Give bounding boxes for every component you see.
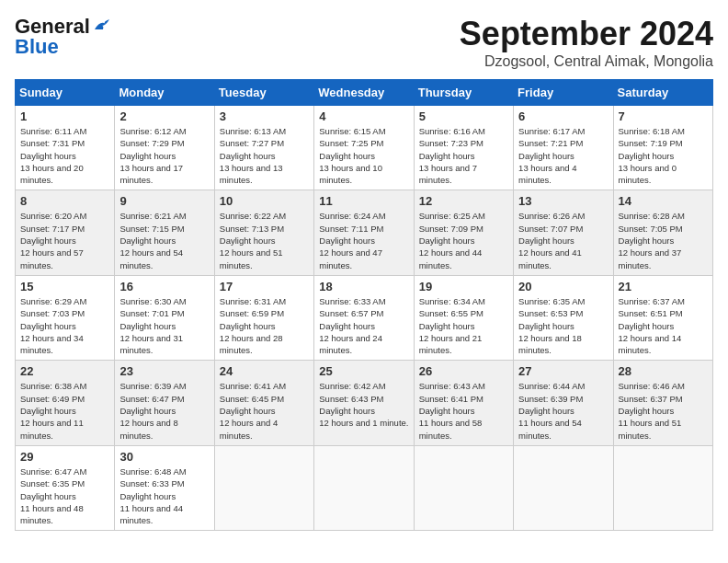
table-row bbox=[613, 445, 712, 530]
col-sunday: Sunday bbox=[16, 80, 115, 106]
day-info: Sunrise: 6:18 AM Sunset: 7:19 PM Dayligh… bbox=[619, 125, 708, 186]
table-row: 10 Sunrise: 6:22 AM Sunset: 7:13 PM Dayl… bbox=[214, 190, 313, 275]
location-title: Dzogsool, Central Aimak, Mongolia bbox=[460, 53, 713, 70]
day-number: 2 bbox=[119, 109, 209, 123]
day-info: Sunrise: 6:33 AM Sunset: 6:57 PM Dayligh… bbox=[319, 295, 408, 356]
day-info: Sunrise: 6:46 AM Sunset: 6:37 PM Dayligh… bbox=[619, 380, 708, 441]
page-header: General Blue September 2024 Dzogsool, Ce… bbox=[15, 15, 713, 70]
day-info: Sunrise: 6:12 AM Sunset: 7:29 PM Dayligh… bbox=[119, 125, 209, 186]
table-row: 18 Sunrise: 6:33 AM Sunset: 6:57 PM Dayl… bbox=[314, 275, 414, 360]
table-row: 24 Sunrise: 6:41 AM Sunset: 6:45 PM Dayl… bbox=[214, 361, 313, 445]
day-number: 17 bbox=[220, 280, 309, 293]
day-number: 6 bbox=[518, 109, 608, 123]
day-info: Sunrise: 6:48 AM Sunset: 6:33 PM Dayligh… bbox=[119, 465, 209, 526]
day-info: Sunrise: 6:21 AM Sunset: 7:15 PM Dayligh… bbox=[119, 210, 209, 270]
day-number: 26 bbox=[419, 364, 508, 378]
table-row: 20 Sunrise: 6:35 AM Sunset: 6:53 PM Dayl… bbox=[514, 275, 613, 360]
table-row: 4 Sunrise: 6:15 AM Sunset: 7:25 PM Dayli… bbox=[314, 106, 414, 190]
day-number: 3 bbox=[220, 109, 309, 123]
day-info: Sunrise: 6:47 AM Sunset: 6:35 PM Dayligh… bbox=[20, 465, 109, 526]
day-info: Sunrise: 6:11 AM Sunset: 7:31 PM Dayligh… bbox=[20, 125, 109, 186]
table-row: 19 Sunrise: 6:34 AM Sunset: 6:55 PM Dayl… bbox=[414, 275, 513, 360]
table-row: 17 Sunrise: 6:31 AM Sunset: 6:59 PM Dayl… bbox=[214, 275, 313, 360]
day-number: 18 bbox=[319, 280, 408, 293]
day-number: 23 bbox=[119, 364, 209, 378]
day-number: 29 bbox=[20, 450, 109, 464]
day-number: 10 bbox=[220, 194, 309, 208]
day-info: Sunrise: 6:20 AM Sunset: 7:17 PM Dayligh… bbox=[20, 210, 109, 270]
col-saturday: Saturday bbox=[613, 80, 712, 106]
col-friday: Friday bbox=[514, 80, 613, 106]
title-area: September 2024 Dzogsool, Central Aimak, … bbox=[460, 15, 713, 70]
table-row: 27 Sunrise: 6:44 AM Sunset: 6:39 PM Dayl… bbox=[514, 361, 613, 445]
day-info: Sunrise: 6:15 AM Sunset: 7:25 PM Dayligh… bbox=[319, 125, 408, 186]
day-info: Sunrise: 6:22 AM Sunset: 7:13 PM Dayligh… bbox=[220, 210, 309, 270]
day-info: Sunrise: 6:39 AM Sunset: 6:47 PM Dayligh… bbox=[119, 380, 209, 441]
day-number: 12 bbox=[419, 194, 508, 208]
calendar-week-row: 22 Sunrise: 6:38 AM Sunset: 6:49 PM Dayl… bbox=[16, 361, 713, 445]
table-row: 11 Sunrise: 6:24 AM Sunset: 7:11 PM Dayl… bbox=[314, 190, 414, 275]
col-thursday: Thursday bbox=[414, 80, 513, 106]
table-row: 21 Sunrise: 6:37 AM Sunset: 6:51 PM Dayl… bbox=[613, 275, 712, 360]
day-number: 1 bbox=[20, 109, 109, 123]
day-number: 16 bbox=[119, 280, 209, 293]
table-row: 15 Sunrise: 6:29 AM Sunset: 7:03 PM Dayl… bbox=[16, 275, 115, 360]
table-row bbox=[314, 445, 414, 530]
day-info: Sunrise: 6:37 AM Sunset: 6:51 PM Dayligh… bbox=[619, 295, 708, 356]
table-row: 13 Sunrise: 6:26 AM Sunset: 7:07 PM Dayl… bbox=[514, 190, 613, 275]
day-number: 20 bbox=[518, 280, 608, 293]
day-number: 28 bbox=[619, 364, 708, 378]
day-number: 13 bbox=[518, 194, 608, 208]
table-row: 6 Sunrise: 6:17 AM Sunset: 7:21 PM Dayli… bbox=[514, 106, 613, 190]
day-number: 4 bbox=[319, 109, 408, 123]
day-number: 8 bbox=[20, 194, 109, 208]
day-number: 27 bbox=[518, 364, 608, 378]
table-row: 3 Sunrise: 6:13 AM Sunset: 7:27 PM Dayli… bbox=[214, 106, 313, 190]
logo-text-blue: Blue bbox=[15, 35, 59, 59]
table-row: 8 Sunrise: 6:20 AM Sunset: 7:17 PM Dayli… bbox=[16, 190, 115, 275]
col-monday: Monday bbox=[115, 80, 214, 106]
day-info: Sunrise: 6:29 AM Sunset: 7:03 PM Dayligh… bbox=[20, 295, 109, 356]
day-number: 9 bbox=[119, 194, 209, 208]
day-info: Sunrise: 6:42 AM Sunset: 6:43 PM Dayligh… bbox=[319, 380, 408, 429]
day-number: 7 bbox=[619, 109, 708, 123]
day-info: Sunrise: 6:26 AM Sunset: 7:07 PM Dayligh… bbox=[518, 210, 608, 270]
table-row: 22 Sunrise: 6:38 AM Sunset: 6:49 PM Dayl… bbox=[16, 361, 115, 445]
day-number: 15 bbox=[20, 280, 109, 293]
table-row: 14 Sunrise: 6:28 AM Sunset: 7:05 PM Dayl… bbox=[613, 190, 712, 275]
table-row: 1 Sunrise: 6:11 AM Sunset: 7:31 PM Dayli… bbox=[16, 106, 115, 190]
calendar-table: Sunday Monday Tuesday Wednesday Thursday… bbox=[15, 79, 713, 531]
day-number: 14 bbox=[619, 194, 708, 208]
day-info: Sunrise: 6:41 AM Sunset: 6:45 PM Dayligh… bbox=[220, 380, 309, 441]
day-number: 22 bbox=[20, 364, 109, 378]
table-row: 12 Sunrise: 6:25 AM Sunset: 7:09 PM Dayl… bbox=[414, 190, 513, 275]
logo: General Blue bbox=[15, 15, 113, 59]
table-row: 5 Sunrise: 6:16 AM Sunset: 7:23 PM Dayli… bbox=[414, 106, 513, 190]
calendar-week-row: 1 Sunrise: 6:11 AM Sunset: 7:31 PM Dayli… bbox=[16, 106, 713, 190]
day-info: Sunrise: 6:25 AM Sunset: 7:09 PM Dayligh… bbox=[419, 210, 508, 270]
logo-bird-icon bbox=[93, 18, 113, 33]
table-row: 7 Sunrise: 6:18 AM Sunset: 7:19 PM Dayli… bbox=[613, 106, 712, 190]
day-info: Sunrise: 6:35 AM Sunset: 6:53 PM Dayligh… bbox=[518, 295, 608, 356]
day-number: 19 bbox=[419, 280, 508, 293]
day-info: Sunrise: 6:43 AM Sunset: 6:41 PM Dayligh… bbox=[419, 380, 508, 441]
table-row: 16 Sunrise: 6:30 AM Sunset: 7:01 PM Dayl… bbox=[115, 275, 214, 360]
table-row: 29 Sunrise: 6:47 AM Sunset: 6:35 PM Dayl… bbox=[16, 445, 115, 530]
table-row: 25 Sunrise: 6:42 AM Sunset: 6:43 PM Dayl… bbox=[314, 361, 414, 445]
day-number: 5 bbox=[419, 109, 508, 123]
calendar-week-row: 15 Sunrise: 6:29 AM Sunset: 7:03 PM Dayl… bbox=[16, 275, 713, 360]
day-number: 11 bbox=[319, 194, 408, 208]
day-info: Sunrise: 6:34 AM Sunset: 6:55 PM Dayligh… bbox=[419, 295, 508, 356]
calendar-week-row: 29 Sunrise: 6:47 AM Sunset: 6:35 PM Dayl… bbox=[16, 445, 713, 530]
day-info: Sunrise: 6:13 AM Sunset: 7:27 PM Dayligh… bbox=[220, 125, 309, 186]
day-info: Sunrise: 6:44 AM Sunset: 6:39 PM Dayligh… bbox=[518, 380, 608, 441]
day-info: Sunrise: 6:28 AM Sunset: 7:05 PM Dayligh… bbox=[619, 210, 708, 270]
day-info: Sunrise: 6:38 AM Sunset: 6:49 PM Dayligh… bbox=[20, 380, 109, 441]
table-row: 28 Sunrise: 6:46 AM Sunset: 6:37 PM Dayl… bbox=[613, 361, 712, 445]
day-number: 21 bbox=[619, 280, 708, 293]
table-row: 30 Sunrise: 6:48 AM Sunset: 6:33 PM Dayl… bbox=[115, 445, 214, 530]
table-row bbox=[214, 445, 313, 530]
table-row: 23 Sunrise: 6:39 AM Sunset: 6:47 PM Dayl… bbox=[115, 361, 214, 445]
day-number: 25 bbox=[319, 364, 408, 378]
day-info: Sunrise: 6:30 AM Sunset: 7:01 PM Dayligh… bbox=[119, 295, 209, 356]
